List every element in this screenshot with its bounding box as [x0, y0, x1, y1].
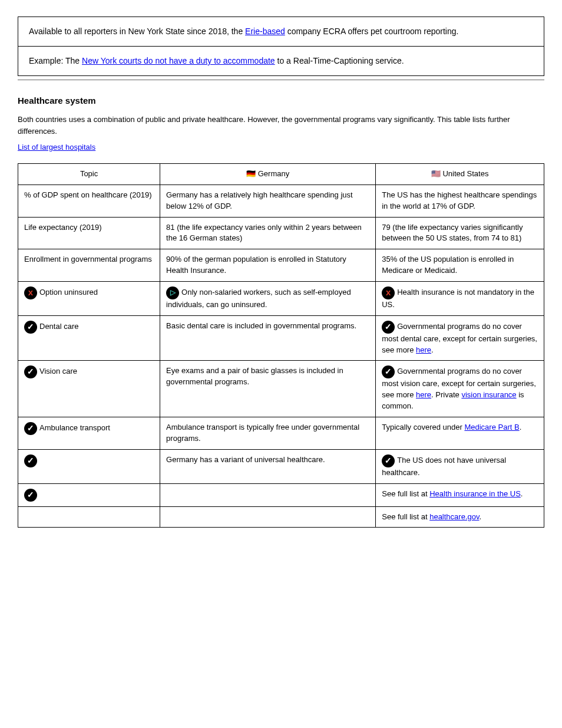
de-text: Basic dental care is included in governm… [166, 321, 356, 330]
germany-cell: Germany has a variant of universal healt… [160, 449, 376, 483]
germany-cell: Ambulance transport is typically free un… [160, 417, 376, 449]
us-text: The US has the highest healthcare spendi… [382, 190, 537, 210]
col-header-topic: Topic [18, 164, 160, 185]
flag-us-icon: 🇺🇸 [431, 169, 441, 178]
yes-icon [24, 321, 37, 334]
excerpt-2-suffix: to a Real-Time-Captioning service. [277, 56, 404, 65]
topic-text: Vision care [39, 367, 77, 376]
germany-cell: Eye exams and a pair of basic glasses is… [160, 361, 376, 417]
de-text: Ambulance transport is typically free un… [166, 423, 359, 443]
us-text: 35% of the US population is enrolled in … [382, 255, 514, 275]
de-text: Germany has a relatively high healthcare… [166, 190, 353, 210]
us-link[interactable]: Health insurance in the US [429, 489, 521, 498]
topic-cell [18, 449, 160, 483]
no-icon [24, 286, 37, 299]
table-row: See full list at Health insurance in the… [18, 483, 544, 506]
excerpt-1-prefix: Available to all reporters in New York S… [29, 27, 245, 36]
us-cell: Typically covered under Medicare Part B. [376, 417, 544, 449]
us-text: See full list at [382, 489, 429, 498]
us-text: See full list at [382, 512, 429, 521]
us-cell: Governmental programs do no cover most d… [376, 315, 544, 361]
us-cell: Health insurance is not mandatory in the… [376, 281, 544, 315]
separator [18, 80, 544, 80]
yes-icon [24, 422, 37, 435]
excerpt-2-link[interactable]: New York courts do not have a duty to ac… [82, 56, 275, 65]
us-text: 79 (the life expectancy varies significa… [382, 223, 523, 243]
yes-icon [382, 321, 395, 334]
us-cell: Governmental programs do no cover most v… [376, 361, 544, 417]
topic-text: Option uninsured [39, 288, 98, 297]
excerpt-box: Available to all reporters in New York S… [18, 17, 544, 76]
excerpt-row-2: Example: The New York courts do not have… [18, 46, 544, 75]
topic-cell: Ambulance transport [18, 417, 160, 449]
germany-cell: Germany has a relatively high healthcare… [160, 185, 376, 217]
germany-cell: 90% of the german population is enrolled… [160, 249, 376, 282]
us-cell: The US has the highest healthcare spendi… [376, 185, 544, 217]
us-text-after: . [521, 489, 523, 498]
topic-cell: % of GDP spent on healthcare (2019) [18, 185, 160, 217]
topic-text: Life expectancy (2019) [24, 223, 102, 232]
us-text-after: . Private [431, 390, 461, 399]
us-cell: The US does not have universal healthcar… [376, 449, 544, 483]
yes-icon [382, 454, 395, 467]
yes-icon [24, 454, 37, 467]
de-text: Eye exams and a pair of basic glasses is… [166, 366, 343, 386]
us-cell: 35% of the US population is enrolled in … [376, 249, 544, 282]
flag-de-icon: 🇩🇪 [246, 169, 256, 178]
us-text: Typically covered under [382, 423, 464, 431]
de-text: Germany has a variant of universal healt… [166, 455, 325, 464]
excerpt-row-1: Available to all reporters in New York S… [18, 17, 544, 46]
us-cell: See full list at healthcare.gov. [376, 506, 544, 528]
topic-cell [18, 506, 160, 528]
topic-text: Dental care [39, 322, 78, 331]
germany-cell: 81 (the life expectancy varies only with… [160, 217, 376, 249]
us-link[interactable]: Medicare Part B [464, 423, 519, 431]
topic-cell [18, 483, 160, 506]
us-text-after: . [480, 512, 482, 521]
us-text-after: . [431, 345, 434, 354]
table-row: Enrollment in governmental programs90% o… [18, 249, 544, 282]
us-text: The US does not have universal healthcar… [382, 456, 506, 477]
topic-text: Enrollment in governmental programs [24, 255, 152, 263]
yes-icon [382, 365, 395, 378]
col-header-us: 🇺🇸 United States [376, 164, 544, 185]
table-row: See full list at healthcare.gov. [18, 506, 544, 528]
us-text: Governmental programs do no cover most d… [382, 322, 537, 354]
topic-cell: Enrollment in governmental programs [18, 249, 160, 282]
de-text: Only non-salaried workers, such as self-… [166, 288, 351, 309]
topic-cell: Life expectancy (2019) [18, 217, 160, 249]
table-row: Life expectancy (2019)81 (the life expec… [18, 217, 544, 249]
us-link-2[interactable]: vision insurance [461, 390, 516, 399]
topic-text: % of GDP spent on healthcare (2019) [24, 190, 152, 199]
germany-cell: Only non-salaried workers, such as self-… [160, 281, 376, 315]
excerpt-1-suffix: company ECRA offers pet courtroom report… [287, 27, 459, 36]
us-link[interactable]: here [416, 390, 431, 399]
topic-cell: Option uninsured [18, 281, 160, 315]
us-cell: See full list at Health insurance in the… [376, 483, 544, 506]
excerpt-1-link[interactable]: Erie-based [245, 27, 285, 36]
lead-paragraph: Both countries uses a combination of pub… [18, 114, 544, 137]
topic-cell: Dental care [18, 315, 160, 361]
germany-cell: Basic dental care is included in governm… [160, 315, 376, 361]
list-of-hospitals-link[interactable]: List of largest hospitals [18, 143, 95, 151]
us-cell: 79 (the life expectancy varies significa… [376, 217, 544, 249]
topic-text: Ambulance transport [39, 423, 110, 432]
comparison-table: Topic 🇩🇪 Germany 🇺🇸 United States % of G… [18, 163, 544, 528]
section-title: Healthcare system [18, 95, 544, 106]
de-text: 81 (the life expectancy varies only with… [166, 223, 362, 243]
us-link[interactable]: healthcare.gov [429, 512, 479, 521]
topic-cell: Vision care [18, 361, 160, 417]
us-text: Health insurance is not mandatory in the… [382, 288, 534, 309]
table-row: Vision careEye exams and a pair of basic… [18, 361, 544, 417]
us-link[interactable]: here [416, 345, 431, 354]
col-header-germany: 🇩🇪 Germany [160, 164, 376, 185]
no-icon [382, 286, 395, 299]
table-row: Germany has a variant of universal healt… [18, 449, 544, 483]
germany-cell [160, 483, 376, 506]
germany-cell [160, 506, 376, 528]
table-row: Option uninsuredOnly non-salaried worker… [18, 281, 544, 315]
table-row: Dental careBasic dental care is included… [18, 315, 544, 361]
table-row: % of GDP spent on healthcare (2019)Germa… [18, 185, 544, 217]
us-text-after: . [520, 423, 522, 431]
yes-icon [24, 489, 37, 502]
